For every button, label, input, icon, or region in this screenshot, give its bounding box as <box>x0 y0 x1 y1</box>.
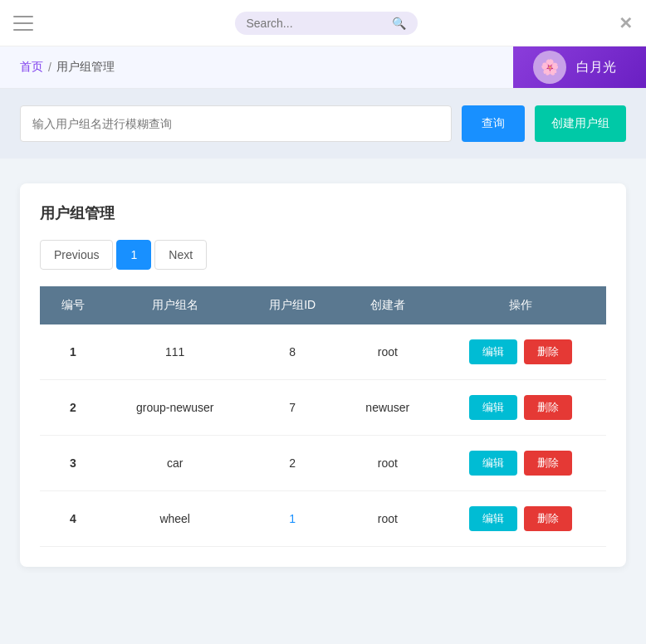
nav-right: ✕ <box>619 13 633 33</box>
breadcrumb-section: 首页 / 用户组管理 <box>0 46 513 88</box>
query-button[interactable]: 查询 <box>462 105 525 142</box>
cell-row-id: 2 <box>40 380 106 436</box>
menu-icon[interactable] <box>13 16 33 31</box>
cell-group-name: group-newuser <box>106 380 244 436</box>
create-group-button[interactable]: 创建用户组 <box>535 105 626 142</box>
edit-button[interactable]: 编辑 <box>469 339 517 364</box>
search-icon: 🔍 <box>392 17 406 30</box>
edit-button[interactable]: 编辑 <box>469 506 517 531</box>
delete-button[interactable]: 删除 <box>524 395 572 420</box>
col-header-name: 用户组名 <box>106 286 244 324</box>
top-nav: 🔍 ✕ <box>0 0 646 46</box>
user-group-panel: 用户组管理 Previous 1 Next 编号 用户组名 用户组ID 创建者 … <box>20 183 626 567</box>
cell-creator: root <box>341 491 435 547</box>
page-1-button[interactable]: 1 <box>116 240 151 270</box>
group-search-input[interactable] <box>20 105 452 142</box>
breadcrumb-current: 用户组管理 <box>56 60 115 75</box>
cell-actions: 编辑 删除 <box>434 436 606 491</box>
user-name: 白月光 <box>576 59 616 76</box>
breadcrumb-home[interactable]: 首页 <box>20 60 43 75</box>
action-btns: 编辑 删除 <box>448 451 593 476</box>
sub-header: 首页 / 用户组管理 🌸 白月光 <box>0 46 646 89</box>
pagination: Previous 1 Next <box>40 240 606 270</box>
breadcrumb-separator: / <box>48 61 51 74</box>
cell-row-id: 1 <box>40 324 106 380</box>
cell-group-id: 7 <box>244 380 341 436</box>
cell-row-id: 3 <box>40 436 106 491</box>
avatar: 🌸 <box>533 51 566 84</box>
action-btns: 编辑 删除 <box>448 506 593 531</box>
cell-group-id: 8 <box>244 324 341 380</box>
col-header-groupid: 用户组ID <box>244 286 341 324</box>
user-panel: 🌸 白月光 <box>513 46 646 88</box>
previous-button[interactable]: Previous <box>40 240 113 270</box>
cell-creator: root <box>341 436 435 491</box>
cell-actions: 编辑 删除 <box>434 491 606 547</box>
table-row: 4 wheel 1 root 编辑 删除 <box>40 491 606 547</box>
delete-button[interactable]: 删除 <box>524 339 572 364</box>
cell-creator: newuser <box>341 380 435 436</box>
action-btns: 编辑 删除 <box>448 395 593 420</box>
edit-button[interactable]: 编辑 <box>469 451 517 476</box>
cell-actions: 编辑 删除 <box>434 324 606 380</box>
table-row: 3 car 2 root 编辑 删除 <box>40 436 606 491</box>
main-content: 用户组管理 Previous 1 Next 编号 用户组名 用户组ID 创建者 … <box>0 159 646 592</box>
cell-group-id: 2 <box>244 436 341 491</box>
cell-actions: 编辑 删除 <box>434 380 606 436</box>
table-row: 2 group-newuser 7 newuser 编辑 删除 <box>40 380 606 436</box>
next-button[interactable]: Next <box>154 240 207 270</box>
table-row: 1 111 8 root 编辑 删除 <box>40 324 606 380</box>
search-section: 查询 创建用户组 <box>0 89 646 159</box>
delete-button[interactable]: 删除 <box>524 451 572 476</box>
table-header: 编号 用户组名 用户组ID 创建者 操作 <box>40 286 606 324</box>
panel-title: 用户组管理 <box>40 203 606 223</box>
user-group-table: 编号 用户组名 用户组ID 创建者 操作 1 111 8 root 编辑 删除 … <box>40 286 606 547</box>
action-btns: 编辑 删除 <box>448 339 593 364</box>
col-header-id: 编号 <box>40 286 106 324</box>
cell-group-id: 1 <box>244 491 341 547</box>
cell-group-name: car <box>106 436 244 491</box>
search-bar-container: 🔍 <box>235 12 418 35</box>
breadcrumb: 首页 / 用户组管理 <box>20 60 115 75</box>
col-header-creator: 创建者 <box>341 286 435 324</box>
cell-group-name: wheel <box>106 491 244 547</box>
search-input[interactable] <box>247 17 385 30</box>
cell-creator: root <box>341 324 435 380</box>
delete-button[interactable]: 删除 <box>524 506 572 531</box>
table-body: 1 111 8 root 编辑 删除 2 group-newuser 7 new… <box>40 324 606 547</box>
edit-button[interactable]: 编辑 <box>469 395 517 420</box>
close-icon[interactable]: ✕ <box>619 13 633 33</box>
cell-row-id: 4 <box>40 491 106 547</box>
cell-group-name: 111 <box>106 324 244 380</box>
col-header-action: 操作 <box>434 286 606 324</box>
